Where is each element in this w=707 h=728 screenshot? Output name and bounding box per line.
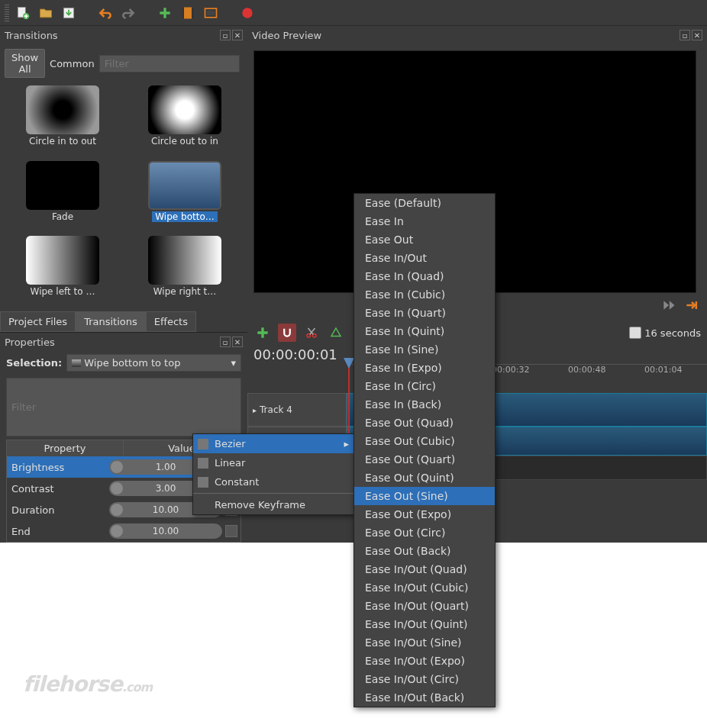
transition-item[interactable]: Fade (3, 161, 122, 234)
ctx-item-constant[interactable]: Constant (193, 472, 354, 491)
panel-undock-icon[interactable]: ▫ (680, 30, 690, 40)
easing-item[interactable]: Ease Out (Expo) (354, 505, 495, 523)
easing-item[interactable]: Ease In/Out (Quart) (354, 597, 495, 615)
snap-checkbox[interactable] (629, 327, 641, 339)
easing-item[interactable]: Ease In/Out (Cubic) (354, 578, 495, 597)
ctx-label: Constant (215, 476, 259, 488)
timecode[interactable]: 00:00:00:01 (247, 345, 344, 364)
easing-item[interactable]: Ease Out (Back) (354, 542, 495, 560)
tab-transitions[interactable]: Transitions (76, 311, 146, 332)
panel-close-icon[interactable]: ✕ (232, 337, 243, 347)
easing-item[interactable]: Ease In (Back) (354, 395, 495, 414)
easing-item[interactable]: Ease In (Quart) (354, 304, 495, 322)
save-file-icon[interactable] (60, 4, 78, 22)
track-header[interactable]: Track 4 (247, 393, 347, 427)
transition-item[interactable]: Wipe right t… (125, 236, 244, 308)
easing-item[interactable]: Ease In/Out (Circ) (354, 670, 495, 688)
keyframe-icon[interactable] (225, 525, 237, 537)
easing-item[interactable]: Ease In/Out (Quint) (354, 615, 495, 633)
ctx-item-remove-keyframe[interactable]: Remove Keyframe (193, 495, 354, 514)
keyframe-context-menu: Bezier▸LinearConstantRemove Keyframe (192, 433, 354, 515)
transition-item[interactable]: Circle out to in (125, 85, 244, 158)
ctx-label: Bezier (215, 438, 246, 449)
easing-item[interactable]: Ease In/Out (Expo) (354, 652, 495, 670)
transition-filter-input[interactable] (99, 55, 240, 72)
show-all-button[interactable]: Show All (5, 49, 45, 78)
transitions-grid: Circle in to outCircle out to inFadeWipe… (0, 82, 247, 311)
add-track-icon[interactable] (253, 324, 272, 342)
transitions-title-text: Transitions (5, 30, 58, 41)
cut-icon[interactable] (302, 324, 321, 342)
panel-close-icon[interactable]: ✕ (232, 30, 243, 40)
fast-forward-icon[interactable] (660, 296, 678, 314)
snap-icon[interactable] (278, 324, 296, 342)
easing-item[interactable]: Ease In/Out (Sine) (354, 633, 495, 652)
redo-icon[interactable] (119, 4, 137, 22)
easing-submenu: Ease (Default)Ease InEase OutEase In/Out… (354, 193, 496, 707)
svg-rect-3 (183, 7, 192, 18)
transition-item[interactable]: Wipe botto… (125, 161, 244, 234)
panel-undock-icon[interactable]: ▫ (220, 30, 231, 40)
add-icon[interactable] (156, 4, 174, 22)
tab-project-files[interactable]: Project Files (0, 311, 76, 332)
easing-item[interactable]: Ease Out (Quart) (354, 450, 495, 469)
film-icon[interactable] (179, 4, 197, 22)
easing-item[interactable]: Ease In/Out (Quad) (354, 560, 495, 578)
transition-label: Circle in to out (29, 136, 96, 147)
property-row[interactable]: End10.00 (7, 520, 241, 542)
jump-end-icon[interactable] (683, 296, 701, 314)
easing-item[interactable]: Ease In (354, 212, 495, 230)
easing-item[interactable]: Ease In (Circ) (354, 377, 495, 395)
interp-icon (198, 439, 208, 449)
property-name: End (7, 526, 106, 537)
panel-close-icon[interactable]: ✕ (692, 30, 702, 40)
main-toolbar (0, 0, 707, 26)
properties-panel-title: Properties ▫ ✕ (0, 333, 247, 351)
easing-item[interactable]: Ease In/Out (354, 249, 495, 267)
easing-item[interactable]: Ease In/Out (Back) (354, 688, 495, 707)
easing-item[interactable]: Ease (Default) (354, 194, 495, 212)
easing-item[interactable]: Ease Out (Quint) (354, 469, 495, 487)
ctx-label: Remove Keyframe (215, 499, 305, 511)
open-file-icon[interactable] (37, 4, 55, 22)
ctx-item-linear[interactable]: Linear (193, 453, 354, 472)
property-slider[interactable]: 10.00 (109, 523, 222, 539)
transition-thumb (26, 85, 99, 134)
property-header: Property (7, 440, 124, 456)
ctx-label: Linear (215, 457, 245, 469)
tab-effects[interactable]: Effects (146, 311, 196, 332)
easing-item[interactable]: Ease In (Quad) (354, 267, 495, 285)
interp-icon (198, 458, 208, 469)
svg-rect-4 (182, 7, 185, 18)
easing-item[interactable]: Ease In (Cubic) (354, 285, 495, 304)
ctx-item-bezier[interactable]: Bezier▸ (193, 434, 354, 453)
transition-item[interactable]: Wipe left to … (3, 236, 122, 308)
record-icon[interactable] (238, 4, 257, 22)
easing-item[interactable]: Ease Out (Quad) (354, 414, 495, 432)
ruler-tick: 00:00:32 (492, 365, 529, 375)
selection-combo[interactable]: Wipe bottom to top ▾ (66, 354, 241, 372)
properties-filter-input[interactable] (6, 378, 241, 436)
panel-undock-icon[interactable]: ▫ (220, 337, 231, 347)
transition-item[interactable]: Circle in to out (3, 85, 122, 158)
undo-icon[interactable] (96, 4, 115, 22)
common-label[interactable]: Common (50, 58, 95, 69)
easing-item[interactable]: Ease Out (354, 230, 495, 249)
transition-thumb (26, 161, 99, 210)
panel-tabs: Project FilesTransitionsEffects (0, 311, 247, 333)
transition-thumb (26, 236, 99, 285)
properties-title-text: Properties (5, 337, 55, 348)
easing-item[interactable]: Ease In (Sine) (354, 340, 495, 359)
easing-item[interactable]: Ease In (Quint) (354, 322, 495, 340)
easing-item[interactable]: Ease In (Expo) (354, 359, 495, 377)
easing-item[interactable]: Ease Out (Cubic) (354, 432, 495, 450)
transition-thumb (148, 161, 221, 210)
fullscreen-icon[interactable] (202, 4, 220, 22)
property-name: Brightness (7, 462, 106, 473)
easing-item[interactable]: Ease Out (Circ) (354, 523, 495, 542)
marker-add-icon[interactable] (327, 324, 345, 342)
toolbar-grip[interactable] (5, 5, 9, 21)
easing-item[interactable]: Ease Out (Sine) (354, 487, 495, 505)
new-file-icon[interactable] (14, 4, 32, 22)
svg-point-8 (242, 8, 252, 18)
